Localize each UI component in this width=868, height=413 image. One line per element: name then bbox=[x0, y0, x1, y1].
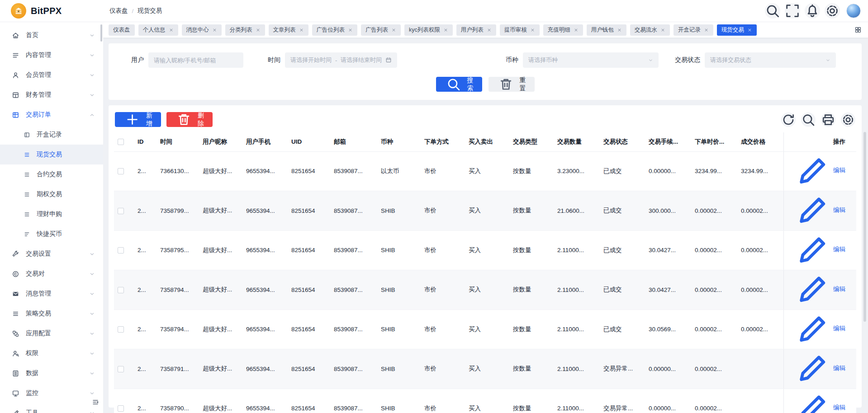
tab-item[interactable]: 提币审核 bbox=[500, 24, 540, 36]
sidebar-item-tools[interactable]: 工具 bbox=[0, 403, 103, 413]
sidebar-item-strategy-trading[interactable]: 策略交易 bbox=[0, 304, 103, 324]
close-icon[interactable] bbox=[747, 28, 752, 33]
tab-item[interactable]: 广告列表 bbox=[361, 24, 401, 36]
column-header-actions: 操作 bbox=[783, 132, 856, 151]
delete-link[interactable]: 删除 bbox=[852, 310, 856, 348]
close-icon[interactable] bbox=[212, 28, 217, 33]
select-all-checkbox[interactable] bbox=[118, 139, 124, 145]
close-icon[interactable] bbox=[530, 28, 535, 33]
tab-item[interactable]: 广告位列表 bbox=[312, 24, 358, 36]
sidebar-item-message-mgmt[interactable]: 消息管理 bbox=[0, 284, 103, 304]
close-icon[interactable] bbox=[487, 28, 492, 33]
status-select[interactable]: 请选择交易状态 bbox=[705, 52, 836, 68]
sidebar-item-monitoring[interactable]: 监控 bbox=[0, 383, 103, 403]
fullscreen-icon[interactable] bbox=[785, 3, 800, 19]
search-icon[interactable] bbox=[765, 3, 780, 19]
tab-item[interactable]: 用户列表 bbox=[456, 24, 496, 36]
edit-link[interactable]: 编辑 bbox=[794, 231, 846, 269]
avatar[interactable] bbox=[846, 4, 861, 18]
edit-link[interactable]: 编辑 bbox=[794, 270, 846, 308]
tab-item[interactable]: 文章列表 bbox=[269, 24, 308, 36]
row-checkbox[interactable] bbox=[118, 287, 124, 293]
edit-link[interactable]: 编辑 bbox=[794, 349, 846, 387]
delete-link[interactable]: 删除 bbox=[852, 152, 856, 190]
sidebar-item-app-config[interactable]: 应用配置 bbox=[0, 324, 103, 343]
refresh-icon[interactable] bbox=[781, 113, 796, 127]
edit-link[interactable]: 编辑 bbox=[794, 152, 846, 190]
sidebar-item-trade-settings[interactable]: 交易设置 bbox=[0, 244, 103, 264]
user-search-input[interactable] bbox=[148, 52, 243, 68]
edit-link[interactable]: 编辑 bbox=[794, 310, 846, 348]
tab-item[interactable]: 用户钱包 bbox=[587, 24, 626, 36]
sidebar-item-member-mgmt[interactable]: 会员管理 bbox=[0, 65, 103, 85]
tab-label: 广告位列表 bbox=[317, 26, 345, 34]
edit-link[interactable]: 编辑 bbox=[794, 191, 846, 229]
row-checkbox[interactable] bbox=[118, 208, 124, 214]
close-icon[interactable] bbox=[443, 28, 448, 33]
sidebar-item-trade-orders[interactable]: 交易订单 bbox=[0, 105, 103, 125]
collapse-sidebar-icon[interactable] bbox=[92, 399, 99, 406]
search-icon[interactable] bbox=[801, 113, 816, 127]
vertical-scrollbar-thumb[interactable] bbox=[863, 132, 866, 322]
sidebar-item-home[interactable]: 首页 bbox=[0, 25, 103, 45]
close-icon[interactable] bbox=[348, 28, 353, 33]
printer-icon[interactable] bbox=[821, 113, 835, 127]
reset-button[interactable]: 重置 bbox=[489, 77, 535, 92]
sidebar-item-box-records[interactable]: 开盒记录 bbox=[0, 125, 103, 145]
gear-icon[interactable] bbox=[825, 3, 840, 19]
sidebar-item-finance-mgmt[interactable]: 财务管理 bbox=[0, 85, 103, 105]
close-icon[interactable] bbox=[704, 28, 709, 33]
sidebar-item-trade-pairs[interactable]: 交易对 bbox=[0, 264, 103, 284]
row-checkbox[interactable] bbox=[118, 168, 124, 174]
sidebar-item-wealth-purchase[interactable]: 理财申购 bbox=[0, 204, 103, 224]
sidebar-scrollbar[interactable] bbox=[100, 24, 102, 42]
tab-item[interactable]: kyc列表权限 bbox=[404, 24, 453, 36]
sidebar-item-contract-trading[interactable]: 合约交易 bbox=[0, 164, 103, 184]
row-checkbox[interactable] bbox=[118, 366, 124, 372]
close-icon bbox=[212, 28, 217, 33]
column-header: 交易类型 bbox=[509, 132, 554, 151]
tab-item[interactable]: 现货交易 bbox=[717, 24, 757, 36]
delete-link[interactable]: 删除 bbox=[852, 349, 856, 387]
add-button[interactable]: 新增 bbox=[115, 112, 161, 127]
row-checkbox[interactable] bbox=[118, 326, 124, 333]
close-icon[interactable] bbox=[391, 28, 396, 33]
sidebar-item-content-mgmt[interactable]: 内容管理 bbox=[0, 45, 103, 65]
close-icon[interactable] bbox=[660, 28, 665, 33]
close-icon[interactable] bbox=[299, 28, 304, 33]
sidebar-item-spot-trading[interactable]: 现货交易 bbox=[0, 145, 103, 164]
tab-item[interactable]: 交易流水 bbox=[630, 24, 670, 36]
tab-panel-grid-icon[interactable] bbox=[854, 26, 862, 33]
delete-button[interactable]: 删除 bbox=[166, 112, 213, 127]
sidebar-item-label: 合约交易 bbox=[37, 170, 62, 178]
tab-item[interactable]: 仪表盘 bbox=[109, 24, 135, 36]
search-button[interactable]: 搜索 bbox=[436, 77, 482, 92]
tab-item[interactable]: 分类列表 bbox=[225, 24, 265, 36]
sidebar-item-quick-buy[interactable]: 快捷买币 bbox=[0, 224, 103, 244]
close-icon[interactable] bbox=[256, 28, 261, 33]
sidebar-item-data[interactable]: 数据 bbox=[0, 363, 103, 383]
date-range-picker[interactable]: 请选择开始时间 - 请选择结束时间 bbox=[285, 52, 397, 68]
table-cell: 市价 bbox=[421, 151, 465, 191]
table-cell: SHIB bbox=[377, 310, 421, 349]
tab-item[interactable]: 个人信息 bbox=[138, 24, 178, 36]
row-checkbox[interactable] bbox=[118, 247, 124, 253]
bell-icon[interactable] bbox=[805, 3, 820, 19]
delete-link[interactable]: 删除 bbox=[852, 191, 856, 229]
tab-item[interactable]: 充值明细 bbox=[543, 24, 583, 36]
edit-link[interactable]: 编辑 bbox=[794, 389, 846, 413]
delete-link[interactable]: 删除 bbox=[852, 231, 856, 269]
gear-icon[interactable] bbox=[841, 113, 855, 127]
sidebar-item-permissions[interactable]: 权限 bbox=[0, 343, 103, 363]
close-icon[interactable] bbox=[617, 28, 622, 33]
close-icon[interactable] bbox=[169, 28, 174, 33]
tab-item[interactable]: 开盒记录 bbox=[674, 24, 713, 36]
delete-link[interactable]: 删除 bbox=[852, 389, 856, 413]
breadcrumb-item-dashboard[interactable]: 仪表盘 bbox=[109, 7, 128, 15]
close-icon[interactable] bbox=[574, 28, 579, 33]
tab-item[interactable]: 消息中心 bbox=[182, 24, 222, 36]
delete-link[interactable]: 删除 bbox=[852, 270, 856, 308]
coin-select[interactable]: 请选择币种 bbox=[523, 52, 659, 68]
sidebar-item-options-trading[interactable]: 期权交易 bbox=[0, 184, 103, 204]
row-checkbox[interactable] bbox=[118, 405, 124, 412]
